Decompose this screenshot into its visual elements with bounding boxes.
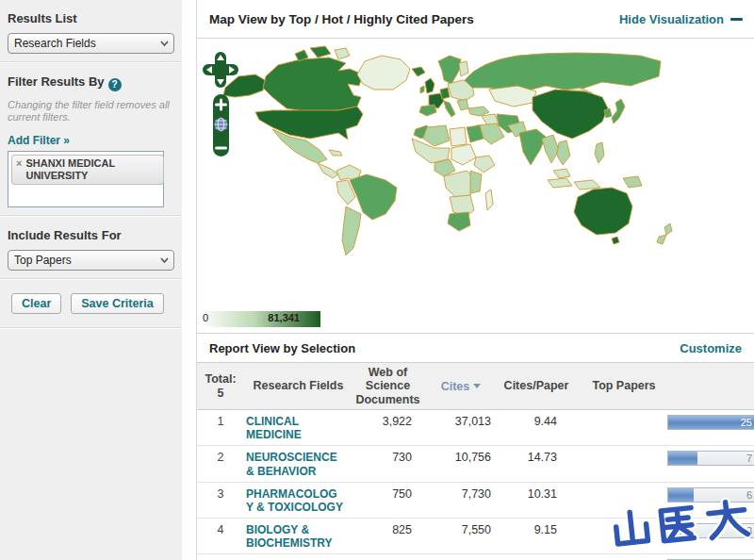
globe-icon[interactable] [215,118,228,131]
column-top-papers[interactable]: Top Papers [574,376,754,395]
column-cites-per-paper[interactable]: Cites/Paper [499,376,574,395]
map-scandinavia[interactable] [438,56,461,84]
row-cites-per-paper: 10.65 [499,554,574,560]
top-papers-bar-fill [668,452,697,465]
row-cites-per-paper: 9.15 [499,519,574,540]
column-research-fields[interactable]: Research Fields [244,376,352,395]
map-indonesia[interactable] [548,178,572,188]
results-list-select[interactable]: Research Fields [8,33,174,54]
top-papers-value: 7 [746,453,752,464]
row-rank: 2 [197,446,244,468]
save-criteria-button[interactable]: Save Criteria [71,293,163,314]
row-documents: 825 [352,519,423,540]
map-south-africa[interactable] [448,212,470,231]
row-cites: 10,756 [423,446,499,468]
research-field-link[interactable]: PHARMACOLOGY & TOXICOLOGY [246,487,344,514]
table-row: 0 ALL FIELDS 9,533 101,498 10.65 72 [197,554,754,560]
results-list-label: Results List [8,11,174,25]
filter-results-by-label: Filter Results By? [8,74,174,91]
map-horn-of-africa[interactable] [474,156,495,173]
map-central-america[interactable] [318,163,338,178]
sidebar-divider [0,327,182,329]
row-documents: 3,922 [352,410,423,432]
report-title: Report View by Selection [209,341,355,355]
map-japan[interactable] [612,99,625,124]
map-italy[interactable] [444,101,455,117]
map-myanmar-thailand[interactable] [542,135,559,163]
map-ireland[interactable] [420,86,424,93]
map-argentina-chile[interactable] [342,206,361,255]
map-tasmania[interactable] [612,237,619,244]
map-australia[interactable] [574,188,632,235]
chevron-down-icon [160,257,169,263]
include-results-for-label: Include Results For [8,228,174,242]
map-usa[interactable] [255,107,363,140]
research-field-link[interactable]: NEUROSCIENCE & BEHAVIOR [246,451,344,477]
map-kazakhstan[interactable] [489,86,536,107]
hide-visualization-link[interactable]: Hide Visualization [619,12,724,26]
page-title: Map View by Top / Hot / Highly Cited Pap… [209,12,474,26]
map-canada[interactable] [263,58,363,112]
map-uk[interactable] [425,78,434,93]
map-philippines[interactable] [595,142,604,163]
map-east-africa[interactable] [470,171,482,193]
active-filters-box: × SHANXI MEDICAL UNIVERSITY [8,151,164,207]
map-korea[interactable] [604,108,612,118]
map-turkey[interactable] [468,107,489,116]
research-field-link[interactable]: BIOLOGY & BIOCHEMISTRY [246,523,344,550]
map-india[interactable] [519,129,546,165]
row-documents: 9,533 [352,554,423,560]
include-results-select[interactable]: Top Papers [8,250,174,271]
map-indochina[interactable] [557,140,570,165]
column-cites-sorted[interactable]: Cites [423,377,499,396]
table-row: 2 NEUROSCIENCE & BEHAVIOR 730 10,756 14.… [197,446,754,482]
sort-descending-icon [473,384,481,388]
map-spain[interactable] [419,105,436,116]
map-malaysia[interactable] [553,169,570,178]
include-results-selected-value: Top Papers [14,254,72,267]
add-filter-link[interactable]: Add Filter » [8,134,70,147]
map-iceland[interactable] [412,67,425,76]
map-greenland[interactable] [357,56,410,90]
map-indonesia[interactable] [574,180,600,189]
row-cites-per-paper: 14.73 [499,446,574,468]
map-algeria[interactable] [423,125,450,146]
map-controls [203,51,238,164]
pan-control[interactable] [203,52,238,88]
watermark [609,498,750,554]
row-rank: 4 [197,519,244,540]
map-china[interactable] [533,90,608,139]
map-caribbean[interactable] [329,150,342,156]
map-balkans[interactable] [457,99,468,110]
map-madagascar[interactable] [485,189,493,210]
map-germany[interactable] [440,88,450,99]
map-new-zealand[interactable] [664,223,672,235]
map-papua-new-guinea[interactable] [623,176,642,188]
row-cites: 7,730 [423,483,499,504]
map-new-zealand[interactable] [657,235,666,244]
column-wos-documents[interactable]: Web of Science Documents [352,363,423,409]
results-list-selected-value: Research Fields [14,37,96,50]
map-finland[interactable] [459,61,468,76]
row-rank: 1 [197,410,244,432]
customize-link[interactable]: Customize [680,341,742,355]
sidebar: Results List Research Fields Filter Resu… [0,0,182,560]
filter-tag[interactable]: × SHANXI MEDICAL UNIVERSITY [11,155,164,185]
row-rank: 0 [197,554,244,560]
map-russia[interactable] [465,53,661,93]
minimize-icon[interactable] [730,18,743,21]
help-icon[interactable]: ? [108,78,122,91]
map-arctic-island[interactable] [310,46,331,58]
map-arctic-island[interactable] [335,48,350,59]
table-header-row: Total: 5 Research Fields Web of Science … [197,362,754,410]
zoom-control[interactable] [213,94,229,156]
world-map[interactable] [197,39,754,305]
map-libya[interactable] [450,127,467,146]
row-cites-per-paper: 10.31 [499,483,574,504]
research-field-link[interactable]: CLINICAL MEDICINE [246,415,344,441]
remove-filter-icon[interactable]: × [16,157,22,182]
filter-hint-text: Changing the filter field removes all cu… [8,99,174,125]
map-sudan-chad[interactable] [451,144,476,165]
clear-button[interactable]: Clear [11,293,61,314]
row-cites: 101,498 [423,554,499,560]
